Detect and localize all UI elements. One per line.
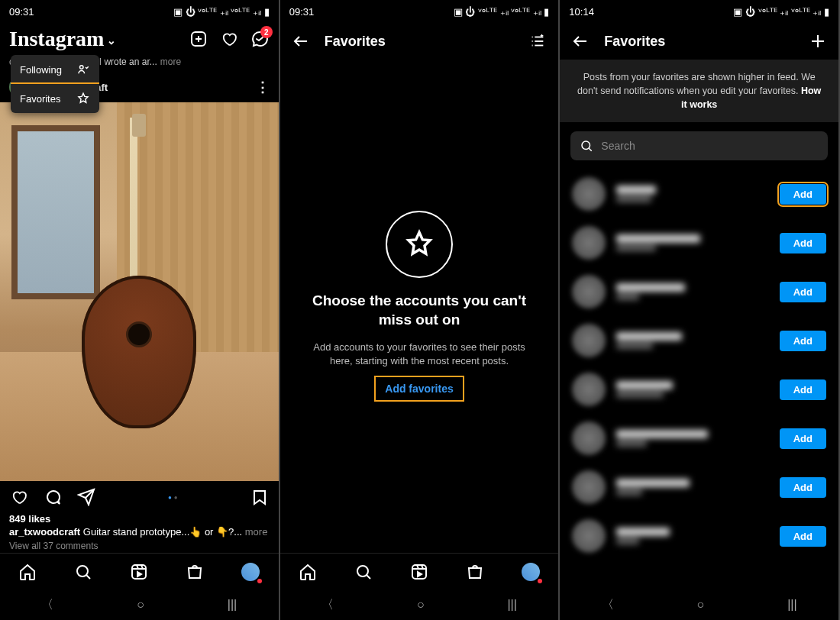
star-icon xyxy=(76,92,90,105)
sys-home[interactable]: ○ xyxy=(417,598,425,612)
nav-reels[interactable] xyxy=(129,562,149,582)
account-row[interactable]: Add xyxy=(570,218,828,267)
add-account-button[interactable]: Add xyxy=(780,282,826,302)
account-avatar[interactable] xyxy=(572,275,606,308)
nav-search[interactable] xyxy=(354,562,373,582)
dropdown-following[interactable]: Following xyxy=(11,55,99,84)
add-account-button[interactable]: Add xyxy=(780,233,826,253)
nav-shop[interactable] xyxy=(465,562,485,582)
plus-square-icon xyxy=(189,30,208,48)
sys-recents[interactable]: ||| xyxy=(228,598,237,612)
account-name-block xyxy=(616,332,768,349)
add-favorites-link[interactable]: Add favorites xyxy=(385,383,453,395)
sys-home[interactable]: ○ xyxy=(697,598,705,612)
comment-button[interactable] xyxy=(43,487,63,507)
account-row[interactable]: Add xyxy=(570,267,828,316)
svg-point-4 xyxy=(77,566,88,576)
reels-icon xyxy=(130,563,148,581)
add-account-button[interactable]: Add xyxy=(780,477,826,498)
phone-screen-1: 09:31 ▣ ⏻ ᵛᵒᴸᵀᴱ ₊ᵢₗ ᵛᵒᴸᵀᴱ ₊ᵢₗ ▮ Instagra… xyxy=(0,0,280,620)
account-row[interactable]: Add xyxy=(570,170,828,218)
shop-icon xyxy=(466,563,484,581)
nav-profile[interactable] xyxy=(521,562,541,582)
account-avatar[interactable] xyxy=(572,421,606,455)
dropdown-favorites[interactable]: Favorites xyxy=(11,82,99,113)
following-icon xyxy=(76,63,90,76)
sys-back[interactable]: 〈 xyxy=(321,597,334,613)
instagram-wordmark: Instagram xyxy=(9,27,104,51)
svg-rect-21 xyxy=(412,565,426,579)
carousel-dots: ●● xyxy=(110,494,236,501)
account-name-block xyxy=(616,283,768,300)
add-favorite-button[interactable] xyxy=(808,31,828,51)
account-name-block xyxy=(616,430,768,447)
search-icon xyxy=(580,139,593,153)
account-row[interactable]: Add xyxy=(570,463,828,512)
nav-shop[interactable] xyxy=(185,562,205,582)
post-image[interactable] xyxy=(0,102,279,481)
search-icon xyxy=(74,563,92,581)
sys-recents[interactable]: ||| xyxy=(787,598,796,612)
account-row[interactable]: Add xyxy=(570,316,828,365)
empty-body: Add accounts to your favorites to see th… xyxy=(303,341,536,368)
plus-icon xyxy=(809,32,827,50)
status-bar: 09:31 ▣ ⏻ ᵛᵒᴸᵀᴱ ₊ᵢₗ ᵛᵒᴸᵀᴱ ₊ᵢₗ ▮ xyxy=(0,0,279,23)
nav-home[interactable] xyxy=(298,562,318,582)
post-more-button[interactable]: ⋮ xyxy=(256,79,270,95)
instagram-logo-button[interactable]: Instagram ⌄ xyxy=(9,27,178,51)
likes-count[interactable]: 849 likes xyxy=(0,513,279,525)
back-button[interactable] xyxy=(570,31,590,51)
phone-screen-2: 09:31 ▣ ⏻ ᵛᵒᴸᵀᴱ ₊ᵢₗ ᵛᵒᴸᵀᴱ ₊ᵢₗ ▮ Favorite… xyxy=(280,0,561,620)
nav-profile[interactable] xyxy=(241,562,260,582)
arrow-left-icon xyxy=(292,32,310,50)
add-account-button[interactable]: Add xyxy=(780,331,826,351)
status-time: 09:31 xyxy=(9,6,173,18)
nav-home[interactable] xyxy=(18,562,37,582)
account-avatar[interactable] xyxy=(572,226,606,260)
feed-filter-dropdown: Following Favorites xyxy=(11,55,99,113)
manage-list-button[interactable] xyxy=(528,31,548,51)
account-avatar[interactable] xyxy=(572,470,606,504)
view-comments-link[interactable]: View all 37 comments xyxy=(0,539,279,553)
reels-icon xyxy=(410,563,428,581)
empty-heading: Choose the accounts you can't miss out o… xyxy=(303,292,536,329)
create-post-button[interactable] xyxy=(189,29,208,49)
accounts-list[interactable]: AddAddAddAddAddAddAddAdd xyxy=(560,166,838,589)
account-avatar[interactable] xyxy=(572,373,606,406)
sys-back[interactable]: 〈 xyxy=(41,597,53,613)
dropdown-favorites-label: Favorites xyxy=(20,93,70,105)
status-icons: ▣ ⏻ ᵛᵒᴸᵀᴱ ₊ᵢₗ ᵛᵒᴸᵀᴱ ₊ᵢₗ ▮ xyxy=(173,6,270,18)
empty-state: Choose the accounts you can't miss out o… xyxy=(280,60,559,553)
sys-recents[interactable]: ||| xyxy=(507,598,516,612)
arrow-left-icon xyxy=(571,32,590,50)
search-placeholder: Search xyxy=(601,140,635,152)
account-row[interactable]: Add xyxy=(570,414,828,463)
add-account-button[interactable]: Add xyxy=(780,379,826,400)
svg-line-29 xyxy=(589,148,592,151)
status-time: 09:31 xyxy=(289,6,454,18)
account-avatar[interactable] xyxy=(572,177,606,211)
nav-search[interactable] xyxy=(73,562,93,582)
profile-avatar-icon xyxy=(241,563,260,581)
account-avatar[interactable] xyxy=(572,324,606,357)
search-input[interactable]: Search xyxy=(570,131,828,160)
account-avatar[interactable] xyxy=(572,519,606,553)
messages-button[interactable]: 2 xyxy=(250,29,270,49)
add-account-button[interactable]: Add xyxy=(780,428,826,449)
account-name-block xyxy=(616,186,768,202)
add-account-button[interactable]: Add xyxy=(780,184,826,205)
post-caption[interactable]: ar_txwoodcraft Guitar stand prototype...… xyxy=(0,525,279,539)
heart-icon xyxy=(10,488,28,506)
sys-back[interactable]: 〈 xyxy=(602,597,614,613)
account-row[interactable]: Add xyxy=(570,512,828,560)
sys-home[interactable]: ○ xyxy=(137,598,144,612)
back-button[interactable] xyxy=(291,31,311,51)
nav-reels[interactable] xyxy=(409,562,429,582)
account-row[interactable]: Add xyxy=(570,365,828,414)
like-button[interactable] xyxy=(9,487,29,507)
activity-button[interactable] xyxy=(219,29,239,49)
svg-rect-6 xyxy=(132,565,146,579)
share-button[interactable] xyxy=(76,487,96,507)
save-button[interactable] xyxy=(250,487,270,507)
add-account-button[interactable]: Add xyxy=(780,526,826,547)
